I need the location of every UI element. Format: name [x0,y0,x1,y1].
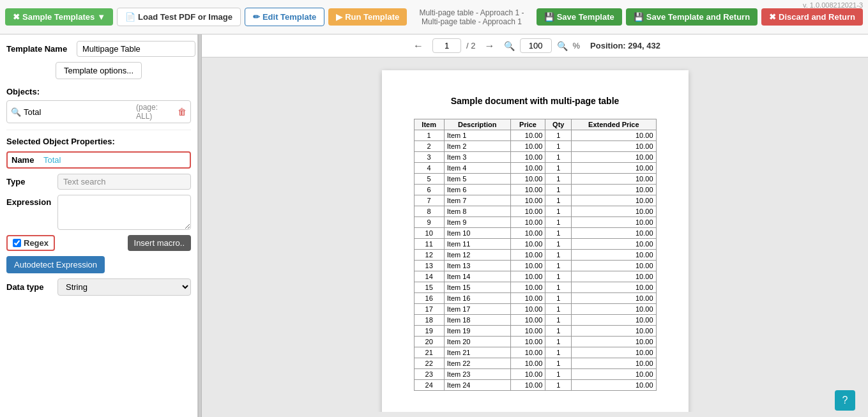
table-header-row: ItemDescriptionPriceQtyExtended Price [414,119,656,130]
search-input[interactable] [24,107,131,117]
upload-icon: 📄 [125,12,135,22]
expression-textarea[interactable] [57,195,191,230]
run-template-button[interactable]: ▶ Run Template [328,8,407,26]
regex-label[interactable]: Regex [24,238,49,248]
table-row: 21Item 2110.00110.00 [414,347,656,358]
type-value: Text search [57,174,191,190]
table-row: 19Item 1910.00110.00 [414,326,656,337]
divider-1 [6,130,191,130]
table-row: 9Item 910.00110.00 [414,217,656,228]
regex-checkbox[interactable] [13,239,21,247]
table-row: 7Item 710.00110.00 [414,195,656,206]
name-input[interactable] [43,155,186,165]
template-name-input[interactable] [77,41,195,57]
table-row: 6Item 610.00110.00 [414,185,656,195]
pdf-page: Sample document with multi-page table It… [382,70,689,412]
table-row: 4Item 410.00110.00 [414,163,656,174]
table-row: 12Item 1210.00110.00 [414,250,656,261]
zoom-in-icon[interactable]: 🔍 [557,41,568,51]
zoom-pct-label: % [573,41,581,50]
pdf-document-title: Sample document with multi-page table [414,96,657,106]
edit-template-button[interactable]: ✏ Edit Template [245,8,324,26]
datatype-label: Data type [6,282,57,292]
table-row: 1Item 110.00110.00 [414,130,656,141]
help-button[interactable]: ? [835,390,855,411]
table-row: 15Item 1510.00110.00 [414,282,656,293]
table-row: 10Item 1010.00110.00 [414,228,656,239]
table-row: 17Item 1710.00110.00 [414,304,656,315]
discard-return-button[interactable]: ✖ Discard and Return [761,8,863,26]
position-label: Position: 294, 432 [590,41,660,50]
pdf-table-header: ItemDescriptionPriceQtyExtended Price [414,119,656,130]
table-row: 11Item 1110.00110.00 [414,239,656,250]
prev-page-button[interactable]: ← [409,39,427,53]
selected-props-label: Selected Object Properties: [6,137,191,146]
save-return-button[interactable]: 💾 Save Template and Return [626,8,758,26]
save-return-icon: 💾 [634,12,644,22]
autodetect-button[interactable]: Autodetect Expression [6,256,105,273]
objects-label: Objects: [6,87,191,96]
datatype-select[interactable]: String Number Date [57,278,191,296]
right-panel: ← / 2 → 🔍 🔍 % Position: 294, 432 Sample … [202,34,868,417]
table-row: 3Item 310.00110.00 [414,152,656,163]
search-badge: (page: ALL) [136,103,175,121]
table-row: 16Item 1610.00110.00 [414,293,656,304]
save-icon: 💾 [544,12,554,22]
expression-label: Expression [6,197,57,207]
topbar: ✖ Sample Templates ▼ 📄 Load Test PDF or … [0,0,868,34]
load-test-button[interactable]: 📄 Load Test PDF or Image [117,8,241,26]
edit-icon: ✏ [253,12,260,22]
datatype-row: Data type String Number Date [6,278,191,296]
table-row: 5Item 510.00110.00 [414,174,656,185]
name-field-row: Name [6,151,191,169]
star-icon: ✖ [13,12,20,22]
template-name-label: Template Name [6,44,77,54]
main-layout: Template Name Template options... Object… [0,34,868,417]
version-label: v. 1.0.008212021-3 [803,1,863,9]
play-icon: ▶ [336,12,342,22]
delete-object-icon[interactable]: 🗑 [178,107,187,117]
table-row: 20Item 2010.00110.00 [414,337,656,347]
sample-templates-button[interactable]: ✖ Sample Templates ▼ [5,8,113,26]
template-name-row: Template Name [6,41,191,57]
discard-icon: ✖ [769,12,776,22]
template-options-button[interactable]: Template options... [56,62,142,79]
next-page-button[interactable]: → [481,39,499,53]
pdf-table-body: 1Item 110.00110.002Item 210.00110.003Ite… [414,130,656,391]
regex-checkbox-wrapper[interactable]: Regex [6,235,55,251]
nav-bar: ← / 2 → 🔍 🔍 % Position: 294, 432 [202,34,868,57]
table-row: 18Item 1810.00110.00 [414,315,656,326]
save-template-button[interactable]: 💾 Save Template [537,8,622,26]
table-row: 23Item 2310.00110.00 [414,369,656,380]
dropdown-arrow-icon: ▼ [97,12,105,22]
regex-row: Regex Insert macro.. [6,235,191,251]
search-icon: 🔍 [11,107,21,117]
table-row: 13Item 1310.00110.00 [414,261,656,271]
left-panel: Template Name Template options... Object… [0,34,198,417]
pdf-area[interactable]: Sample document with multi-page table It… [202,57,868,412]
search-bar: 🔍 (page: ALL) 🗑 [6,100,191,123]
pdf-table: ItemDescriptionPriceQtyExtended Price 1I… [414,119,657,391]
zoom-out-icon[interactable]: 🔍 [504,41,515,51]
page-input[interactable] [432,38,461,53]
expression-row: Expression [6,195,191,230]
right-buttons: 💾 Save Template 💾 Save Template and Retu… [537,8,863,26]
table-row: 22Item 2210.00110.00 [414,358,656,369]
zoom-input[interactable] [520,38,552,53]
topbar-title: Multi-page table - Approach 1 - Multi-pa… [411,8,532,26]
table-row: 24Item 2410.00110.00 [414,380,656,391]
name-label: Name [11,155,43,165]
type-label: Type [6,177,57,186]
table-row: 8Item 810.00110.00 [414,206,656,217]
table-row: 14Item 1410.00110.00 [414,271,656,282]
table-row: 2Item 210.00110.00 [414,141,656,152]
total-pages-label: / 2 [466,41,475,50]
type-row: Type Text search [6,174,191,190]
insert-macro-button[interactable]: Insert macro.. [128,235,191,251]
